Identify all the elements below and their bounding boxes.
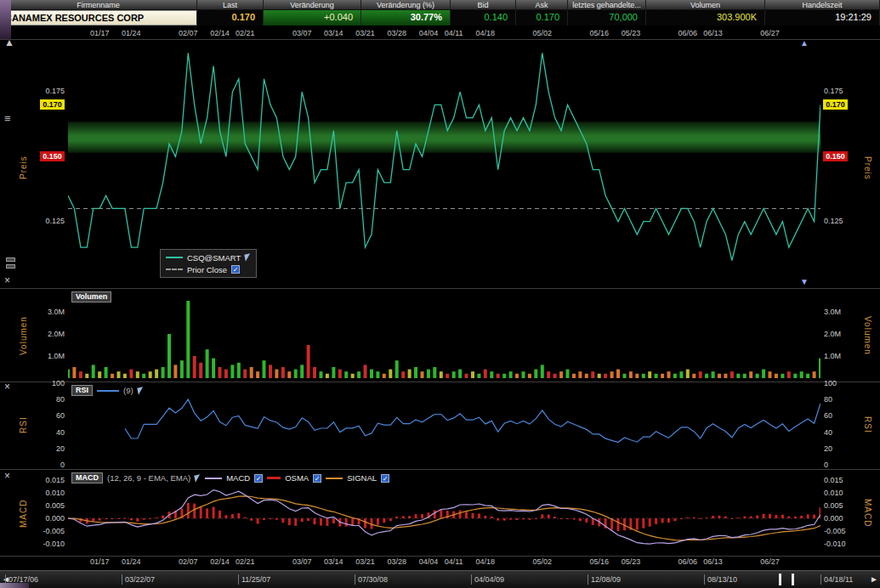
date-tick-label: 01/24 [116, 29, 145, 37]
osma-bar [686, 517, 689, 518]
volume-bar [471, 371, 474, 378]
volume-bar [642, 374, 645, 378]
date-tick-label: 03/28 [383, 29, 412, 37]
date-tick-label: 05/16 [585, 557, 614, 566]
osma-bar [111, 518, 114, 519]
osma-bar [554, 517, 556, 518]
close-rsi-panel-icon[interactable]: × [4, 382, 10, 392]
timeline-right-arrow[interactable]: ► [870, 574, 878, 584]
header-last[interactable]: Last [197, 0, 264, 9]
osma-bar [528, 518, 531, 520]
osma-bar [548, 515, 550, 518]
date-tick-label: 06/13 [699, 557, 728, 566]
timeline-date-label: 12/08/09 [588, 574, 621, 585]
volume-panel-label[interactable]: Volumen [71, 291, 111, 302]
close-macd-panel-icon[interactable]: × [4, 471, 10, 481]
header-firmenname[interactable]: Firmenname [0, 0, 197, 9]
rsi-line-sample [97, 390, 119, 392]
osma-bar [509, 518, 512, 520]
panel-separator [0, 288, 880, 289]
header-last-size[interactable]: letztes gehandelte... [568, 0, 646, 9]
timeline-scrubber[interactable] [779, 574, 794, 585]
timeline-date-label: 07/30/08 [355, 574, 388, 585]
cursor-icon[interactable] [245, 253, 253, 261]
osma-bar [807, 514, 809, 518]
osma-bar [301, 518, 304, 522]
osma-bar [275, 518, 278, 520]
osma-bar [187, 503, 190, 518]
rsi-tick-left: 60 [29, 411, 65, 421]
highlight-band [68, 122, 820, 153]
osma-bar [491, 517, 493, 518]
panel-grip-icon[interactable] [6, 257, 15, 271]
volume-bar [313, 367, 316, 378]
ask-cell[interactable]: 0.170 [516, 10, 568, 25]
volume-bar [534, 370, 537, 378]
header-veraenderung[interactable]: Veränderung [264, 0, 361, 9]
volume-cell[interactable]: 303.900K [646, 10, 765, 25]
volume-bar [629, 371, 633, 378]
osma-bar [213, 507, 215, 519]
company-name-cell[interactable]: CANAMEX RESOURCES CORP [0, 10, 197, 25]
volume-bar [206, 349, 209, 378]
osma-bar [440, 509, 442, 518]
header-ask[interactable]: Ask [516, 0, 568, 9]
date-tick-label: 05/02 [528, 29, 557, 37]
osma-bar [200, 507, 202, 518]
rsi-panel-label[interactable]: RSI [71, 385, 93, 396]
header-handelszeit[interactable]: Handelszeit [765, 0, 880, 9]
osma-bar [617, 518, 620, 531]
price-scale-down-icon[interactable]: ▼ [800, 278, 809, 286]
change-pct-cell[interactable]: 30.77% [361, 10, 451, 25]
last-price-cell[interactable]: 0.170 [197, 10, 264, 25]
header-veraenderung-pct[interactable]: Veränderung (%) [361, 0, 451, 9]
macd-panel-label[interactable]: MACD [71, 472, 103, 483]
macd-axis-title-right: MACD [861, 483, 872, 544]
signal-checkbox[interactable]: ✓ [381, 474, 389, 483]
macd-tick-right: -0.010 [824, 540, 846, 549]
osma-bar [503, 518, 506, 521]
menu-icon[interactable]: ≡ [4, 114, 11, 124]
osma-bar [383, 518, 385, 523]
rsi-tick-left: 80 [29, 395, 65, 404]
volume-axis-title-right: Volumen [861, 302, 872, 370]
timeline-scrollbar[interactable]: ◄ ► 07/17/0603/22/0711/25/0707/30/0804/0… [0, 570, 880, 588]
cursor-icon[interactable] [137, 387, 145, 394]
osma-bar [156, 517, 158, 518]
header-bid[interactable]: Bid [451, 0, 516, 9]
last-size-cell[interactable]: 70,000 [568, 10, 646, 25]
close-volume-panel-icon[interactable]: × [4, 275, 10, 286]
prior-close-checkbox[interactable]: ✓ [231, 265, 240, 274]
volume-bar [756, 374, 759, 378]
volume-bar [692, 374, 695, 378]
rsi-chart-plot[interactable] [68, 383, 820, 465]
osma-checkbox[interactable]: ✓ [313, 474, 321, 483]
timeline-date-label: 04/04/09 [471, 574, 504, 585]
price-scale-up-icon[interactable]: ▲ [800, 39, 809, 48]
date-tick-label: 05/02 [528, 557, 557, 566]
volume-bar [243, 370, 247, 378]
osma-bar [402, 516, 405, 518]
change-cell[interactable]: +0.040 [264, 10, 361, 25]
volume-bar [149, 371, 152, 378]
rsi-line [125, 399, 820, 443]
volume-bar [718, 374, 721, 378]
macd-tick-right: -0.005 [824, 527, 846, 536]
rsi-tick-left: 0 [29, 461, 65, 470]
osma-bar [560, 518, 563, 519]
osma-bar [673, 518, 676, 521]
osma-bar [332, 518, 335, 523]
cursor-icon[interactable] [194, 474, 202, 482]
macd-tick-left: 0.010 [29, 489, 65, 498]
volume-bar [401, 371, 405, 378]
volume-bar [522, 371, 525, 378]
osma-bar [642, 518, 644, 529]
volume-bar [383, 374, 386, 378]
panel-separator [0, 39, 880, 40]
volume-chart-plot[interactable] [68, 290, 820, 378]
macd-checkbox[interactable]: ✓ [254, 474, 263, 483]
header-volumen[interactable]: Volumen [646, 0, 765, 9]
bid-cell[interactable]: 0.140 [451, 10, 516, 25]
date-tick-label: 04/18 [471, 557, 500, 566]
price-tag: 0.150 [823, 151, 848, 161]
